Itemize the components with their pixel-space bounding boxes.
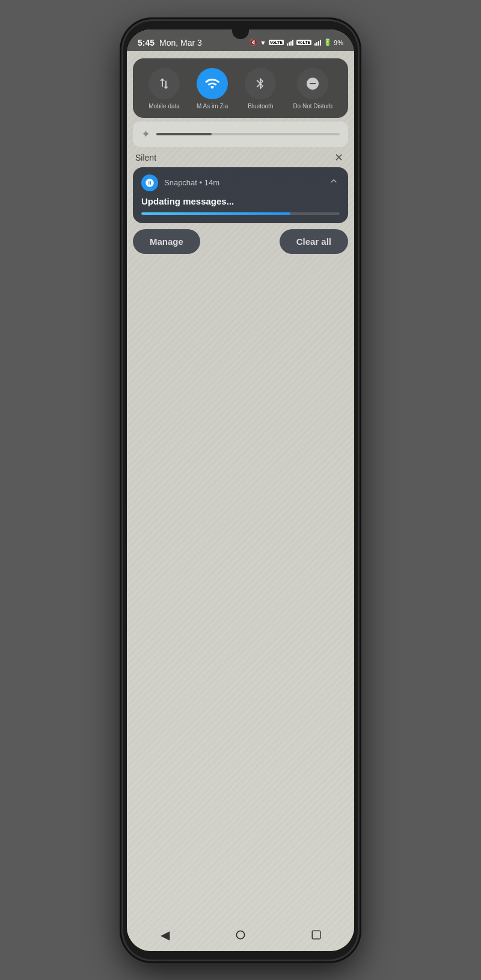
close-silent-button[interactable]: ✕ xyxy=(331,150,346,165)
status-icons: 🔇 ▼ VoLTE VoLTE xyxy=(250,39,343,46)
brightness-slider[interactable] xyxy=(156,133,340,135)
notification-card: Snapchat • 14m Updating messages... xyxy=(133,167,348,223)
bluetooth-icon xyxy=(245,68,276,99)
mute-icon: 🔇 xyxy=(250,39,258,46)
clear-all-button[interactable]: Clear all xyxy=(280,229,348,254)
qs-bluetooth[interactable]: Bluetooth xyxy=(245,68,276,109)
volte-badge-1: VoLTE xyxy=(269,40,284,45)
back-button[interactable]: ◀ xyxy=(153,923,177,947)
quick-settings-panel: Mobile data M As im Zia xyxy=(133,58,348,118)
wifi-status-icon: ▼ xyxy=(260,39,266,46)
signal-bars-1 xyxy=(287,39,293,46)
snapchat-app-icon xyxy=(141,174,158,191)
svg-rect-1 xyxy=(312,931,320,939)
qs-dnd[interactable]: Do Not Disturb xyxy=(293,68,332,109)
silent-row: Silent ✕ xyxy=(133,150,348,165)
phone-screen: 5:45 Mon, Mar 3 🔇 ▼ VoLTE VoLTE xyxy=(127,29,354,951)
qs-mobile-data-label: Mobile data xyxy=(149,103,180,109)
svg-point-0 xyxy=(236,931,244,938)
status-date: Mon, Mar 3 xyxy=(159,38,202,48)
navigation-bar: ◀ xyxy=(127,919,354,951)
notification-expand-button[interactable] xyxy=(328,175,340,190)
qs-wifi[interactable]: M As im Zia xyxy=(197,68,228,109)
brightness-row: ✦ xyxy=(133,122,348,147)
qs-wifi-label: M As im Zia xyxy=(197,103,228,109)
volte-badge-2: VoLTE xyxy=(296,40,311,45)
screen-content: Mobile data M As im Zia xyxy=(127,51,354,951)
dnd-icon xyxy=(297,68,328,99)
qs-dnd-label: Do Not Disturb xyxy=(293,103,332,109)
status-time: 5:45 xyxy=(138,38,155,48)
silent-label: Silent xyxy=(135,153,156,162)
qs-bluetooth-label: Bluetooth xyxy=(248,103,273,109)
phone-frame: 5:45 Mon, Mar 3 🔇 ▼ VoLTE VoLTE xyxy=(123,21,358,960)
notification-progress-bar xyxy=(141,212,340,215)
signal-bars-2 xyxy=(314,39,321,46)
notification-progress-fill xyxy=(141,212,290,215)
brightness-icon: ✦ xyxy=(141,128,150,141)
notification-left: Snapchat • 14m xyxy=(141,174,219,191)
recents-button[interactable] xyxy=(304,923,328,947)
notification-time: • 14m xyxy=(200,178,219,187)
brightness-fill xyxy=(156,133,212,135)
qs-mobile-data[interactable]: Mobile data xyxy=(149,68,180,109)
manage-button[interactable]: Manage xyxy=(133,229,200,254)
action-buttons: Manage Clear all xyxy=(133,229,348,254)
battery-percent: 9% xyxy=(334,39,343,46)
home-button[interactable] xyxy=(228,923,253,947)
notification-app-name: Snapchat • 14m xyxy=(164,178,219,187)
wifi-icon xyxy=(197,68,228,99)
battery-icon: 🔋 xyxy=(323,39,332,46)
mobile-data-icon xyxy=(149,68,180,99)
notification-header: Snapchat • 14m xyxy=(141,174,340,191)
notification-title: Updating messages... xyxy=(141,196,340,206)
